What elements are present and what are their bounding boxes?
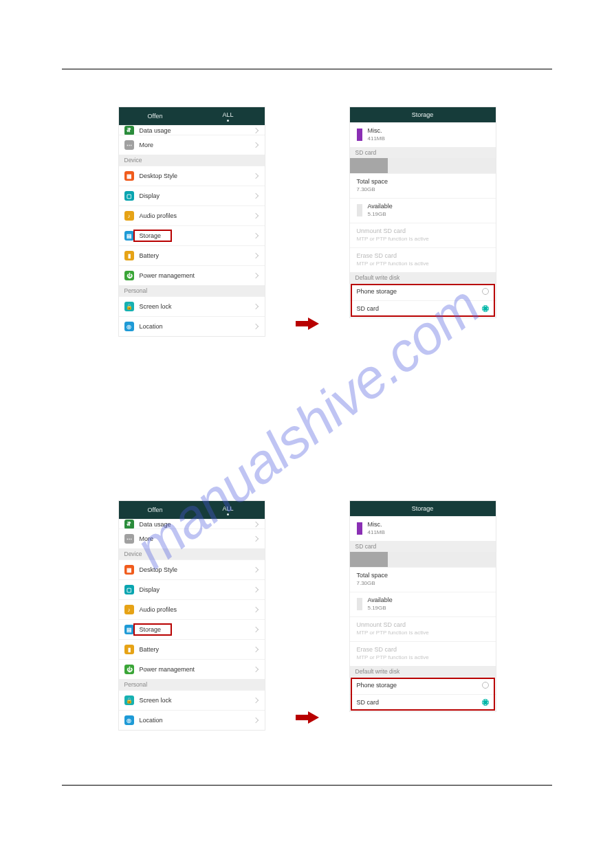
row-power-mgmt[interactable]: ⏻Power management — [119, 265, 265, 285]
option-sd-card[interactable]: SD card — [350, 300, 496, 318]
unmount-row: Unmount SD card MTP or PTP function is a… — [350, 616, 496, 641]
storage-titlebar: Storage — [350, 501, 496, 516]
chevron-icon — [252, 173, 258, 179]
row-audio-profiles[interactable]: ♪Audio profiles — [119, 205, 265, 225]
chevron-icon — [252, 667, 258, 672]
figure-row-1: Offen ALL ⇵ Data usage ⋯More Device ▦Des… — [0, 69, 614, 391]
tab-all[interactable]: ALL — [192, 107, 265, 125]
arrow-icon — [296, 316, 319, 331]
chevron-icon — [252, 253, 258, 258]
available-row[interactable]: Available5.19GB — [350, 198, 496, 223]
row-display[interactable]: ▢Display — [119, 186, 265, 205]
chevron-icon — [252, 521, 258, 526]
row-display[interactable]: ▢Display — [119, 579, 265, 599]
chevron-icon — [252, 567, 258, 572]
row-battery[interactable]: ▮Battery — [119, 639, 265, 659]
row-more[interactable]: ⋯More — [119, 135, 265, 155]
tab-offen[interactable]: Offen — [119, 107, 192, 125]
total-space-row: Total space 7.30GB — [350, 173, 496, 198]
erase-row: Erase SD card MTP or PTP function is act… — [350, 247, 496, 272]
svg-marker-1 — [296, 711, 319, 724]
figure-row-2: Offen ALL ⇵ Data usage ⋯More Device ▦Des… — [0, 391, 614, 785]
chevron-icon — [252, 698, 258, 703]
row-power-mgmt[interactable]: ⏻Power management — [119, 659, 265, 679]
row-more[interactable]: ⋯More — [119, 528, 265, 548]
chevron-icon — [252, 142, 258, 148]
device-header: Device — [119, 155, 265, 166]
storage-screen: Storage Misc.411MB SD card Total space 7… — [350, 107, 496, 318]
radio-selected[interactable] — [482, 305, 489, 312]
row-location[interactable]: ◎Location — [119, 710, 265, 730]
personal-header: Personal — [119, 285, 265, 296]
row-screen-lock[interactable]: 🔒Screen lock — [119, 296, 265, 316]
erase-row: Erase SD card MTP or PTP function is act… — [350, 641, 496, 666]
chevron-icon — [252, 647, 258, 652]
total-space-row: Total space 7.30GB — [350, 567, 496, 592]
option-sd-card[interactable]: SD card — [350, 694, 496, 711]
chevron-icon — [252, 587, 258, 592]
unmount-row: Unmount SD card MTP or PTP function is a… — [350, 223, 496, 247]
tab-all[interactable]: ALL — [192, 501, 265, 519]
arrow-icon — [296, 710, 319, 725]
chevron-icon — [252, 304, 258, 309]
storage-titlebar: Storage — [350, 107, 496, 122]
row-desktop-style[interactable]: ▦Desktop Style — [119, 166, 265, 186]
radio-selected[interactable] — [482, 699, 489, 706]
tab-offen[interactable]: Offen — [119, 501, 192, 519]
radio-unselected[interactable] — [482, 288, 489, 295]
personal-header: Personal — [119, 679, 265, 690]
row-location[interactable]: ◎Location — [119, 316, 265, 336]
row-data-usage[interactable]: ⇵ Data usage — [119, 125, 265, 135]
storage-screen-2: Storage Misc.411MB SD card Total space 7… — [350, 501, 496, 711]
chevron-icon — [252, 536, 258, 542]
default-disk-header: Default write disk — [350, 666, 496, 677]
chevron-icon — [252, 607, 258, 612]
chevron-icon — [252, 233, 258, 238]
row-data-usage[interactable]: ⇵ Data usage — [119, 519, 265, 528]
chevron-icon — [252, 627, 258, 632]
row-storage[interactable]: ▤Storage — [119, 225, 265, 245]
row-battery[interactable]: ▮Battery — [119, 245, 265, 265]
row-audio-profiles[interactable]: ♪Audio profiles — [119, 599, 265, 619]
sd-card-header: SD card — [350, 541, 496, 552]
sd-card-header: SD card — [350, 147, 496, 158]
chevron-icon — [252, 127, 258, 133]
svg-marker-0 — [296, 318, 319, 330]
chevron-icon — [252, 193, 258, 199]
available-swatch — [357, 598, 362, 610]
settings-tabbar: Offen ALL — [119, 107, 265, 125]
chevron-icon — [252, 324, 258, 329]
storage-bar — [350, 158, 496, 173]
settings-screen-2: Offen ALL ⇵ Data usage ⋯More Device ▦Des… — [119, 501, 265, 730]
misc-row[interactable]: Misc.411MB — [350, 122, 496, 147]
chevron-icon — [252, 717, 258, 723]
radio-unselected[interactable] — [482, 682, 489, 689]
default-disk-header: Default write disk — [350, 272, 496, 283]
misc-row[interactable]: Misc.411MB — [350, 516, 496, 541]
option-phone-storage[interactable]: Phone storage — [350, 677, 496, 694]
misc-swatch — [357, 522, 362, 535]
available-swatch — [357, 204, 362, 216]
row-storage[interactable]: ▤Storage — [119, 619, 265, 639]
storage-bar-used — [350, 158, 388, 173]
option-phone-storage[interactable]: Phone storage — [350, 283, 496, 300]
storage-bar-used — [350, 552, 388, 567]
chevron-icon — [252, 273, 258, 278]
device-header: Device — [119, 548, 265, 559]
storage-bar — [350, 552, 496, 567]
settings-screen: Offen ALL ⇵ Data usage ⋯More Device ▦Des… — [119, 107, 265, 336]
row-desktop-style[interactable]: ▦Desktop Style — [119, 559, 265, 579]
row-screen-lock[interactable]: 🔒Screen lock — [119, 690, 265, 710]
misc-swatch — [357, 129, 362, 141]
settings-tabbar: Offen ALL — [119, 501, 265, 519]
chevron-icon — [252, 213, 258, 219]
available-row[interactable]: Available5.19GB — [350, 592, 496, 616]
